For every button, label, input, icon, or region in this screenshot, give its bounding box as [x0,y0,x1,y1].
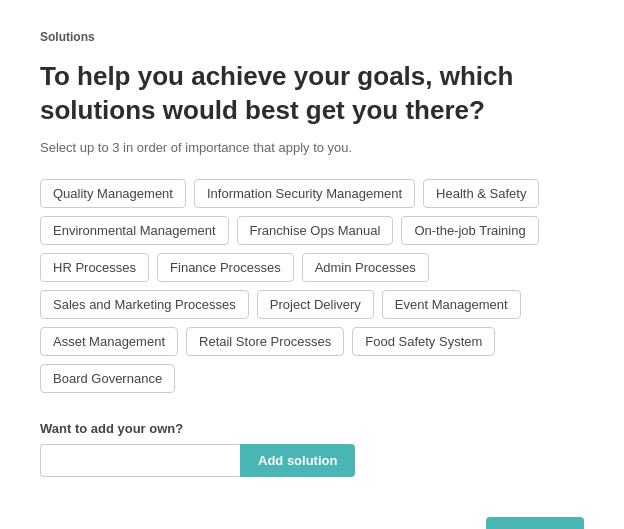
add-solution-input[interactable] [40,444,240,477]
tag-on-the-job-training[interactable]: On-the-job Training [401,216,538,245]
main-card: Solutions To help you achieve your goals… [0,0,624,529]
tag-franchise-ops-manual[interactable]: Franchise Ops Manual [237,216,394,245]
tag-admin-processes[interactable]: Admin Processes [302,253,429,282]
tag-finance-processes[interactable]: Finance Processes [157,253,294,282]
footer-row: Next > [40,517,584,529]
tag-environmental-management[interactable]: Environmental Management [40,216,229,245]
tags-container: Quality ManagementInformation Security M… [40,179,584,393]
add-solution-row: Add solution [40,444,584,477]
tag-asset-management[interactable]: Asset Management [40,327,178,356]
section-label: Solutions [40,30,584,44]
tag-quality-management[interactable]: Quality Management [40,179,186,208]
tag-project-delivery[interactable]: Project Delivery [257,290,374,319]
tag-board-governance[interactable]: Board Governance [40,364,175,393]
sub-text: Select up to 3 in order of importance th… [40,140,584,155]
add-solution-label: Want to add your own? [40,421,584,436]
tag-retail-store-processes[interactable]: Retail Store Processes [186,327,344,356]
tag-event-management[interactable]: Event Management [382,290,521,319]
tag-sales-and-marketing-processes[interactable]: Sales and Marketing Processes [40,290,249,319]
tag-food-safety-system[interactable]: Food Safety System [352,327,495,356]
next-button[interactable]: Next > [486,517,584,529]
add-solution-button[interactable]: Add solution [240,444,355,477]
tag-information-security-management[interactable]: Information Security Management [194,179,415,208]
main-question: To help you achieve your goals, which so… [40,60,584,128]
tag-hr-processes[interactable]: HR Processes [40,253,149,282]
tag-health-safety[interactable]: Health & Safety [423,179,539,208]
